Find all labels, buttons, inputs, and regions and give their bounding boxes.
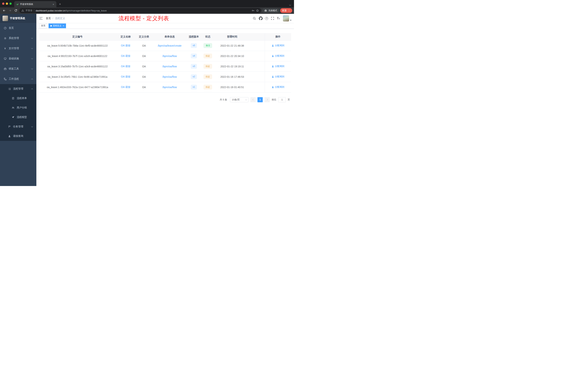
assign-rule-link[interactable]: 分配规则 — [272, 85, 284, 89]
browser-menu-icon[interactable]: ⋮ — [288, 9, 290, 12]
page-size-select[interactable]: 10条/页 — [230, 97, 249, 102]
sidebar-item-process-form[interactable]: 流程表单 — [0, 94, 36, 103]
col-deploy-time: 部署时间 — [215, 33, 250, 40]
back-button[interactable] — [2, 8, 7, 13]
col-status: 状态 — [201, 33, 215, 40]
search-icon[interactable] — [252, 16, 256, 20]
sidebar-item-system[interactable]: 系统管理 — [0, 33, 36, 43]
monitor-icon — [4, 57, 7, 60]
status-badge: 激活 — [204, 43, 212, 48]
breadcrumb-home-link[interactable]: 首页 — [46, 17, 51, 20]
tag-close-icon[interactable]: × — [63, 25, 64, 27]
incognito-label: 无痕模式 — [268, 9, 277, 12]
definition-id-cell: oa_leave:5:004b710b-7b8a-11ec-8ef0-acde4… — [39, 40, 116, 51]
form-link[interactable]: /bpm/oa/flow — [162, 75, 177, 78]
user-menu[interactable] — [283, 15, 292, 22]
close-window-button[interactable] — [2, 2, 4, 5]
toolbox-icon — [4, 67, 7, 70]
definition-name-link[interactable]: OA 请假 — [121, 55, 130, 57]
warning-icon — [21, 9, 24, 12]
new-tab-button[interactable]: + — [57, 2, 63, 7]
page-unit-label: 页 — [288, 98, 290, 101]
col-process-version: 流程版本 — [187, 33, 201, 40]
url-host: dashboard.yudao.iocoder.cn — [36, 9, 65, 12]
tab-title: 芋道管理系统 — [20, 3, 51, 6]
paper-plane-icon — [12, 116, 15, 119]
github-icon[interactable] — [259, 16, 263, 20]
sidebar-item-devtools[interactable]: 研发工具 — [0, 64, 36, 74]
definition-id-cell: oa_leave:3:1fad3d93-7b75-11ec-a3c8-acde4… — [39, 61, 116, 72]
prev-page-button[interactable] — [250, 97, 256, 102]
category-cell: OA — [136, 61, 152, 72]
chevron-down-icon — [245, 98, 247, 100]
definition-name-link[interactable]: OA 请假 — [121, 86, 130, 88]
update-button[interactable]: 更新 ⋮ — [280, 8, 292, 13]
main-content: 定义编号 定义名称 定义分类 表单信息 流程版本 状态 部署时间 操作 oa_l… — [36, 29, 294, 186]
sidebar-item-user-group[interactable]: 用户分组 — [0, 103, 36, 112]
form-link[interactable]: /bpm/oa/flow — [162, 55, 177, 57]
col-definition-id: 定义编号 — [39, 33, 116, 40]
screen: 芋道管理系统 × + 不安全 dashboard.yudao.iocoder.c… — [0, 0, 294, 186]
window-controls — [0, 0, 14, 7]
sidebar-collapse-icon[interactable] — [39, 16, 43, 20]
incognito-badge: 无痕模式 — [262, 8, 279, 13]
assign-rule-link[interactable]: 分配规则 — [272, 65, 284, 68]
next-page-button[interactable] — [264, 97, 270, 102]
version-badge: v2 — [191, 75, 197, 79]
table-row: oa_leave:5:004b710b-7b8a-11ec-8ef0-acde4… — [39, 40, 291, 51]
table-row: oa_leave:1:482ec033-762a-11ec-8477-a2380… — [39, 82, 291, 92]
assign-rule-link[interactable]: 分配规则 — [272, 44, 284, 47]
font-size-icon[interactable]: TT — [277, 17, 280, 20]
sidebar-item-payment[interactable]: ¥ 支付管理 — [0, 43, 36, 54]
form-link[interactable]: /bpm/oa/leave/create — [158, 44, 182, 47]
form-link[interactable]: /bpm/oa/flow — [162, 65, 177, 68]
workflow-icon — [4, 77, 7, 80]
tab-close-icon[interactable]: × — [52, 3, 54, 6]
tab-search-chevron-icon[interactable] — [289, 3, 291, 6]
status-badge: 挂起 — [204, 85, 212, 89]
reload-button[interactable] — [13, 8, 18, 13]
address-bar[interactable]: 不安全 dashboard.yudao.iocoder.cn/bpm/manag… — [19, 8, 261, 13]
tag-home[interactable]: 首页 — [39, 23, 47, 28]
sidebar-item-process-model[interactable]: 流程模型 — [0, 112, 36, 122]
form-icon — [12, 97, 15, 100]
sidebar-item-leave-query[interactable]: 请假查询 — [0, 131, 36, 141]
status-badge: 挂起 — [204, 75, 212, 79]
assign-rule-link[interactable]: 分配规则 — [272, 75, 284, 78]
logo-title: 芋道管理系统 — [10, 17, 25, 20]
version-badge: v4 — [191, 54, 197, 58]
goto-page-input[interactable] — [278, 97, 286, 102]
avatar[interactable] — [283, 15, 289, 22]
browser-tab[interactable]: 芋道管理系统 × — [14, 1, 56, 7]
minimize-window-button[interactable] — [6, 2, 8, 5]
sidebar-item-task-management[interactable]: 任务管理 — [0, 122, 36, 131]
sidebar-item-workflow[interactable]: 工作流程 — [0, 74, 36, 84]
security-label: 不安全 — [25, 9, 32, 12]
top-navbar: 首页 / 流程定义 流程模型 - 定义列表 ? TT — [36, 14, 294, 23]
maximize-window-button[interactable] — [10, 2, 12, 5]
sidebar-item-infrastructure[interactable]: 基础设施 — [0, 54, 36, 64]
definition-name-link[interactable]: OA 请假 — [121, 65, 130, 68]
sidebar-item-process-management[interactable]: 流程管理 — [0, 84, 36, 94]
fullscreen-icon[interactable] — [271, 16, 274, 20]
form-link[interactable]: /bpm/oa/flow — [162, 86, 177, 89]
assign-rule-link[interactable]: 分配规则 — [272, 54, 284, 57]
definition-name-link[interactable]: OA 请假 — [121, 75, 130, 78]
col-filler — [250, 33, 265, 40]
page-1-button[interactable]: 1 — [257, 97, 263, 102]
help-icon[interactable]: ? — [265, 17, 268, 20]
table-header-row: 定义编号 定义名称 定义分类 表单信息 流程版本 状态 部署时间 操作 — [39, 33, 291, 40]
forward-button[interactable] — [8, 8, 12, 13]
version-badge: v3 — [191, 64, 197, 68]
tag-process-definition[interactable]: 流程定义 × — [49, 23, 66, 28]
navbar-actions: ? TT — [252, 15, 292, 22]
password-key-icon[interactable] — [252, 9, 254, 12]
definition-name-link[interactable]: OA 请假 — [121, 44, 130, 47]
bookmark-star-icon[interactable] — [256, 9, 259, 12]
definition-table: 定义编号 定义名称 定义分类 表单信息 流程版本 状态 部署时间 操作 oa_l… — [39, 33, 291, 92]
workflow-submenu: 流程管理 流程表单 用户分组 — [0, 84, 36, 141]
active-dot — [50, 25, 52, 27]
chevron-down-icon — [31, 47, 33, 49]
yen-icon: ¥ — [4, 47, 7, 50]
sidebar-item-home[interactable]: 首页 — [0, 23, 36, 33]
